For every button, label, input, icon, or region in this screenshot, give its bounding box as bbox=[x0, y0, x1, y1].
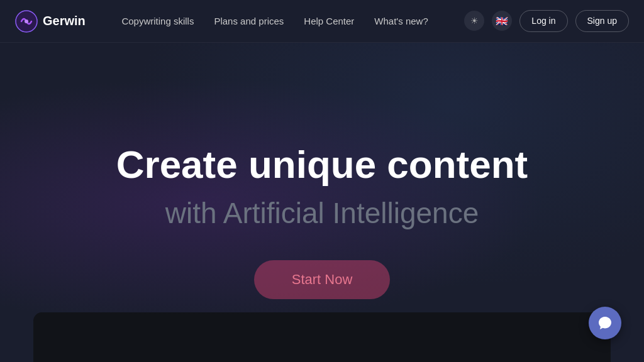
gerwin-logo-icon bbox=[15, 10, 38, 33]
language-selector[interactable]: 🇬🇧 bbox=[492, 11, 512, 31]
login-button[interactable]: Log in bbox=[519, 10, 567, 32]
chat-button[interactable] bbox=[589, 307, 621, 339]
bottom-card-inner bbox=[33, 312, 611, 362]
start-now-button[interactable]: Start Now bbox=[254, 260, 391, 299]
theme-toggle-button[interactable]: ☀ bbox=[464, 11, 484, 31]
nav-copywriting-skills[interactable]: Copywriting skills bbox=[121, 16, 194, 26]
navbar-center: Copywriting skills Plans and prices Help… bbox=[121, 16, 428, 26]
navbar: Gerwin Copywriting skills Plans and pric… bbox=[0, 0, 644, 43]
hero-title: Create unique content bbox=[116, 143, 528, 186]
chat-icon bbox=[597, 315, 613, 331]
navbar-right: ☀ 🇬🇧 Log in Sign up bbox=[464, 10, 629, 32]
flag-icon: 🇬🇧 bbox=[496, 15, 508, 27]
theme-icon: ☀ bbox=[470, 16, 479, 26]
hero-section: Create unique content with Artificial In… bbox=[0, 43, 644, 362]
navbar-brand: Gerwin bbox=[15, 10, 86, 33]
svg-point-1 bbox=[25, 19, 28, 23]
brand-name: Gerwin bbox=[43, 14, 86, 28]
signup-button[interactable]: Sign up bbox=[575, 10, 629, 32]
bottom-card-preview bbox=[33, 312, 611, 362]
nav-plans-prices[interactable]: Plans and prices bbox=[214, 16, 284, 26]
nav-whats-new[interactable]: What's new? bbox=[374, 16, 428, 26]
hero-subtitle: with Artificial Intelligence bbox=[165, 196, 479, 230]
nav-help-center[interactable]: Help Center bbox=[304, 16, 354, 26]
